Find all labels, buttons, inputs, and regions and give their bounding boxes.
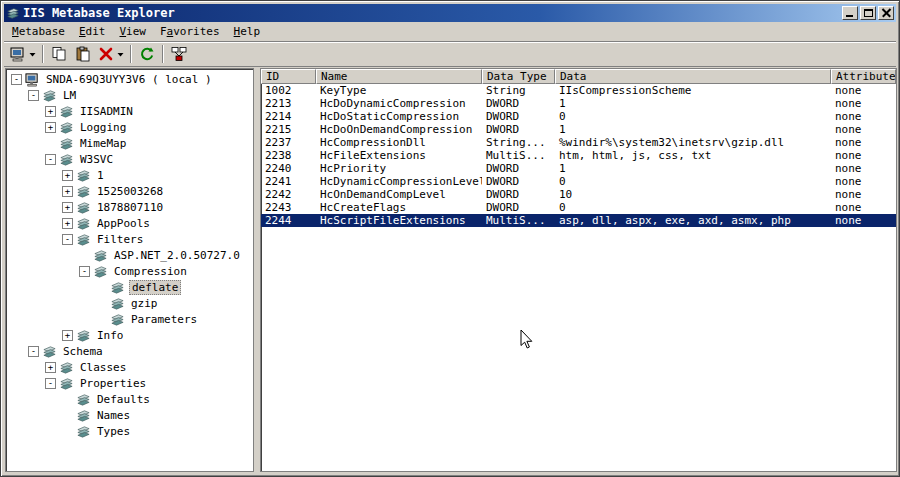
refresh-button[interactable] — [135, 43, 159, 65]
copy-button[interactable] — [47, 43, 71, 65]
list-header: IDNameData TypeDataAttributes — [261, 69, 896, 84]
app-icon — [6, 6, 20, 20]
tree-item-label[interactable]: 1 — [95, 169, 106, 182]
dropdown-caret-icon[interactable] — [117, 52, 124, 57]
tree-item-1[interactable]: +1 — [6, 167, 253, 183]
tree-item-snda-69q3uyy3v6-local[interactable]: -SNDA-69Q3UYY3V6 ( local ) — [6, 71, 253, 87]
delete-button[interactable] — [95, 43, 127, 65]
metabase-tree[interactable]: -SNDA-69Q3UYY3V6 ( local )-LM+IISADMIN+L… — [5, 68, 254, 472]
tree-toggle-minus-icon[interactable]: - — [62, 234, 73, 245]
table-row[interactable]: 1002KeyTypeStringIIsCompressionSchemenon… — [261, 84, 896, 97]
tree-item-asp-net-2-0-50727-0[interactable]: ASP.NET_2.0.50727.0 — [6, 247, 253, 263]
tree-item-label[interactable]: ASP.NET_2.0.50727.0 — [112, 249, 242, 262]
column-header-attributes[interactable]: Attributes — [831, 69, 896, 84]
tree-toggle-minus-icon[interactable]: - — [28, 346, 39, 357]
table-row[interactable]: 2241HcDynamicCompressionLevelDWORD0none — [261, 175, 896, 188]
tree-item-label[interactable]: Info — [95, 329, 126, 342]
tree-toggle-minus-icon[interactable]: - — [28, 90, 39, 101]
close-button[interactable] — [878, 6, 894, 20]
tree-item-w3svc[interactable]: -W3SVC — [6, 151, 253, 167]
column-header-data-type[interactable]: Data Type — [482, 69, 555, 84]
table-row[interactable]: 2215HcDoOnDemandCompressionDWORD1none — [261, 123, 896, 136]
table-row[interactable]: 2240HcPriorityDWORD1none — [261, 162, 896, 175]
connect-button[interactable] — [7, 43, 39, 65]
column-header-name[interactable]: Name — [316, 69, 482, 84]
tree-item-types[interactable]: Types — [6, 423, 253, 439]
tree-item-label[interactable]: Properties — [78, 377, 148, 390]
tree-item-label[interactable]: IISADMIN — [78, 105, 135, 118]
table-row[interactable]: 2214HcDoStaticCompressionDWORD0none — [261, 110, 896, 123]
tree-item-logging[interactable]: +Logging — [6, 119, 253, 135]
metabase-key-icon — [110, 280, 125, 295]
tree-toggle-plus-icon[interactable]: + — [45, 122, 56, 133]
dropdown-caret-icon[interactable] — [29, 52, 36, 57]
tree-item-label[interactable]: Compression — [112, 265, 189, 278]
table-row[interactable]: 2242HcOnDemandCompLevelDWORD10none — [261, 188, 896, 201]
tree-item-label[interactable]: AppPools — [95, 217, 152, 230]
tree-item-parameters[interactable]: Parameters — [6, 311, 253, 327]
maximize-button[interactable] — [860, 6, 876, 20]
tree-item-deflate[interactable]: deflate — [6, 279, 253, 295]
menu-favorites[interactable]: Favorites — [153, 23, 227, 40]
menu-view[interactable]: View — [112, 23, 153, 40]
tree-toggle-plus-icon[interactable]: + — [62, 330, 73, 341]
tree-toggle-minus-icon[interactable]: - — [79, 266, 90, 277]
tree-item-label[interactable]: 1878807110 — [95, 201, 165, 214]
table-row[interactable]: 2213HcDoDynamicCompressionDWORD1none — [261, 97, 896, 110]
cell-data: 1 — [555, 123, 831, 136]
tree-toggle-plus-icon[interactable]: + — [62, 170, 73, 181]
tree-item-label[interactable]: Defaults — [95, 393, 152, 406]
tree-item-label[interactable]: SNDA-69Q3UYY3V6 ( local ) — [44, 73, 214, 86]
tree-item-iisadmin[interactable]: +IISADMIN — [6, 103, 253, 119]
tree-item-mimemap[interactable]: MimeMap — [6, 135, 253, 151]
tree-item-label[interactable]: Schema — [61, 345, 105, 358]
tree-item-label[interactable]: W3SVC — [78, 153, 115, 166]
tree-item-label[interactable]: LM — [61, 89, 78, 102]
title-bar[interactable]: IIS Metabase Explorer — [4, 4, 896, 22]
tree-item-1878807110[interactable]: +1878807110 — [6, 199, 253, 215]
tree-toggle-plus-icon[interactable]: + — [62, 218, 73, 229]
table-row[interactable]: 2237HcCompressionDllString...%windir%\sy… — [261, 136, 896, 149]
tree-toggle-plus-icon[interactable]: + — [62, 186, 73, 197]
tree-item-info[interactable]: +Info — [6, 327, 253, 343]
tree-item-1525003268[interactable]: +1525003268 — [6, 183, 253, 199]
menu-edit[interactable]: Edit — [72, 23, 113, 40]
table-row[interactable]: 2238HcFileExtensionsMultiS...htm, html, … — [261, 149, 896, 162]
tree-item-label[interactable]: Classes — [78, 361, 128, 374]
tree-item-label[interactable]: Filters — [95, 233, 145, 246]
paste-button[interactable] — [71, 43, 95, 65]
tree-toggle-minus-icon[interactable]: - — [45, 154, 56, 165]
tree-toggle-plus-icon[interactable]: + — [45, 106, 56, 117]
menu-metabase[interactable]: Metabase — [5, 23, 72, 40]
tree-item-lm[interactable]: -LM — [6, 87, 253, 103]
column-header-data[interactable]: Data — [555, 69, 831, 84]
table-row[interactable]: 2243HcCreateFlagsDWORD0none — [261, 201, 896, 214]
tree-item-classes[interactable]: +Classes — [6, 359, 253, 375]
tree-item-label[interactable]: Parameters — [129, 313, 199, 326]
tree-item-defaults[interactable]: Defaults — [6, 391, 253, 407]
table-row[interactable]: 2244HcScriptFileExtensionsMultiS...asp, … — [261, 214, 896, 227]
tree-item-schema[interactable]: -Schema — [6, 343, 253, 359]
tree-item-apppools[interactable]: +AppPools — [6, 215, 253, 231]
tree-item-gzip[interactable]: gzip — [6, 295, 253, 311]
tree-item-label[interactable]: deflate — [129, 280, 181, 295]
tree-item-label[interactable]: Types — [95, 425, 132, 438]
column-header-id[interactable]: ID — [261, 69, 316, 84]
cell-name: HcPriority — [316, 162, 482, 175]
menu-help[interactable]: Help — [227, 23, 268, 40]
minimize-button[interactable] — [842, 6, 858, 20]
tree-item-label[interactable]: Logging — [78, 121, 128, 134]
tree-item-filters[interactable]: -Filters — [6, 231, 253, 247]
tree-toggle-plus-icon[interactable]: + — [62, 202, 73, 213]
network-button[interactable] — [167, 43, 191, 65]
tree-item-label[interactable]: MimeMap — [78, 137, 128, 150]
tree-item-label[interactable]: Names — [95, 409, 132, 422]
tree-toggle-plus-icon[interactable]: + — [45, 362, 56, 373]
tree-item-label[interactable]: 1525003268 — [95, 185, 165, 198]
tree-toggle-minus-icon[interactable]: - — [11, 74, 22, 85]
tree-item-label[interactable]: gzip — [129, 297, 160, 310]
tree-item-properties[interactable]: -Properties — [6, 375, 253, 391]
tree-item-names[interactable]: Names — [6, 407, 253, 423]
tree-toggle-minus-icon[interactable]: - — [45, 378, 56, 389]
tree-item-compression[interactable]: -Compression — [6, 263, 253, 279]
